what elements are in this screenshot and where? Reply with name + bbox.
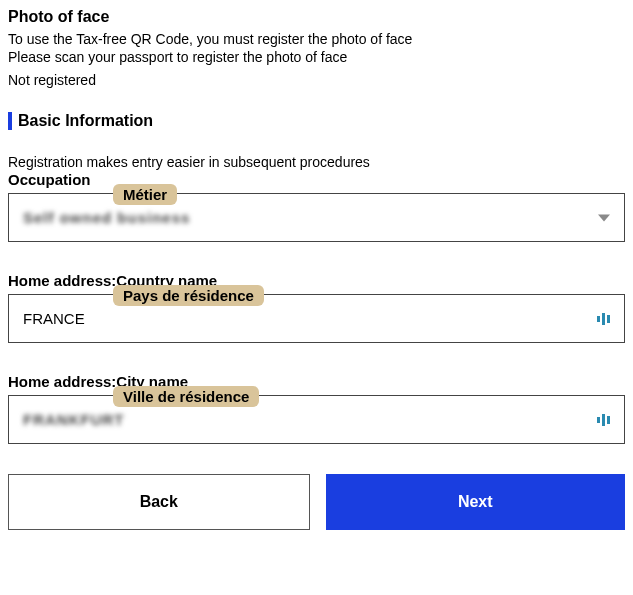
- city-value: FRANKFURT: [23, 411, 124, 428]
- basic-info-heading: Basic Information: [8, 112, 625, 130]
- city-badge: Ville de résidence: [113, 386, 259, 407]
- country-badge-row: Pays de résidence: [8, 285, 625, 306]
- occupation-value: Self owned business: [23, 209, 190, 226]
- photo-desc-line2: Please scan your passport to register th…: [8, 49, 347, 65]
- voice-input-icon[interactable]: [597, 313, 610, 325]
- next-button[interactable]: Next: [326, 474, 626, 530]
- photo-desc-line1: To use the Tax-free QR Code, you must re…: [8, 31, 412, 47]
- photo-of-face-title: Photo of face: [8, 8, 625, 26]
- basic-info-subtext: Registration makes entry easier in subse…: [8, 154, 625, 170]
- back-button[interactable]: Back: [8, 474, 310, 530]
- occupation-badge: Métier: [113, 184, 177, 205]
- occupation-badge-row: Métier: [8, 184, 625, 205]
- photo-description: To use the Tax-free QR Code, you must re…: [8, 30, 625, 66]
- button-row: Back Next: [8, 474, 625, 530]
- country-value: FRANCE: [23, 310, 85, 327]
- photo-status: Not registered: [8, 72, 625, 88]
- city-badge-row: Ville de résidence: [8, 386, 625, 407]
- voice-input-icon[interactable]: [597, 414, 610, 426]
- country-badge: Pays de résidence: [113, 285, 264, 306]
- chevron-down-icon: [598, 214, 610, 221]
